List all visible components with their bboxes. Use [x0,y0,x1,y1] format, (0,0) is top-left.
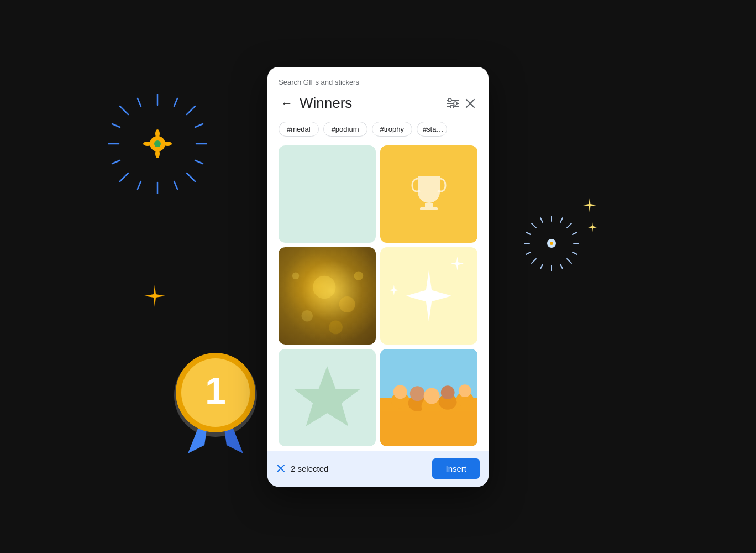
bottom-bar: 2 selected Insert [267,451,489,487]
svg-marker-63 [294,366,360,426]
svg-point-52 [450,105,454,108]
svg-point-57 [313,275,335,298]
back-button[interactable]: ← [279,94,295,113]
filter-button[interactable] [442,96,463,111]
tag-trophy[interactable]: #trophy [372,122,412,137]
tag-star-partial[interactable]: #sta… [417,122,447,137]
svg-point-75 [459,384,471,397]
dialog-header: ← Winners [279,94,477,113]
tag-medal[interactable]: #medal [279,122,319,137]
gif-item-2[interactable] [380,145,477,243]
search-label: Search GIFs and stickers [279,78,477,86]
gif-item-1[interactable] [279,145,376,243]
svg-point-50 [448,98,452,102]
gif-search-dialog: Search GIFs and stickers ← Winners [267,67,489,487]
gif-grid [279,145,477,446]
svg-point-58 [339,296,355,312]
svg-rect-56 [420,207,438,210]
svg-rect-55 [425,203,433,207]
svg-point-73 [441,385,455,399]
gif-item-4[interactable] [380,247,477,345]
svg-point-60 [354,271,364,280]
tags-row: #medal #podium #trophy #sta… [279,122,477,137]
close-button[interactable] [463,96,477,111]
svg-point-71 [424,388,440,404]
svg-point-69 [410,386,425,401]
insert-button[interactable]: Insert [432,458,480,479]
gif-item-3[interactable] [279,247,376,345]
gif-item-6[interactable] [380,349,477,446]
svg-point-67 [393,385,407,399]
svg-point-59 [301,310,313,321]
svg-point-62 [329,320,343,334]
svg-point-61 [292,272,299,279]
svg-point-51 [454,102,457,105]
selected-count-text: 2 selected [291,464,432,473]
clear-selection-button[interactable] [276,464,285,473]
tag-podium[interactable]: #podium [323,122,368,137]
header-title: Winners [300,95,442,112]
svg-rect-76 [380,411,477,446]
gif-item-5[interactable] [279,349,376,446]
